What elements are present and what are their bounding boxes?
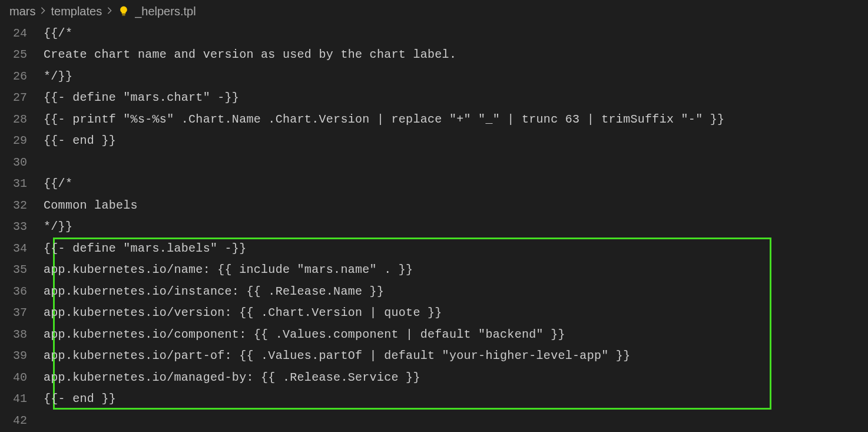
line-number: 29 xyxy=(0,134,44,147)
line-number: 24 xyxy=(0,27,44,40)
line-number: 38 xyxy=(0,328,44,341)
breadcrumb: mars templates _helpers.tpl xyxy=(0,0,868,22)
code-text: {{/* xyxy=(44,27,72,40)
code-line[interactable]: 29 {{- end }} xyxy=(0,130,868,152)
line-number: 26 xyxy=(0,70,44,83)
code-line[interactable]: 24 {{/* xyxy=(0,22,868,44)
chevron-right-icon xyxy=(39,5,47,18)
code-text: */}} xyxy=(44,70,72,83)
code-line[interactable]: 32 Common labels xyxy=(0,194,868,216)
code-text: {{- end }} xyxy=(44,392,116,405)
code-text: app.kubernetes.io/name: {{ include "mars… xyxy=(44,263,413,276)
code-text: {{- end }} xyxy=(44,134,116,147)
code-line[interactable]: 37 app.kubernetes.io/version: {{ .Chart.… xyxy=(0,302,868,324)
line-number: 36 xyxy=(0,285,44,298)
line-number: 33 xyxy=(0,220,44,233)
code-line[interactable]: 31 {{/* xyxy=(0,173,868,195)
code-line[interactable]: 38 app.kubernetes.io/component: {{ .Valu… xyxy=(0,324,868,345)
breadcrumb-seg-3[interactable]: _helpers.tpl xyxy=(135,5,196,18)
code-editor[interactable]: 24 {{/* 25 Create chart name and version… xyxy=(0,22,868,431)
code-line[interactable]: 33 */}} xyxy=(0,216,868,238)
code-line[interactable]: 26 */}} xyxy=(0,65,868,87)
code-line[interactable]: 39 app.kubernetes.io/part-of: {{ .Values… xyxy=(0,345,868,367)
code-line[interactable]: 40 app.kubernetes.io/managed-by: {{ .Rel… xyxy=(0,367,868,388)
code-line[interactable]: 28 {{- printf "%s-%s" .Chart.Name .Chart… xyxy=(0,108,868,130)
line-number: 40 xyxy=(0,371,44,384)
code-line[interactable]: 36 app.kubernetes.io/instance: {{ .Relea… xyxy=(0,281,868,302)
code-line[interactable]: 34 {{- define "mars.labels" -}} xyxy=(0,238,868,259)
code-text: */}} xyxy=(44,220,72,233)
line-number: 39 xyxy=(0,349,44,362)
line-number: 27 xyxy=(0,91,44,104)
lightbulb-icon xyxy=(117,5,130,18)
svg-rect-0 xyxy=(122,14,125,15)
chevron-right-icon xyxy=(105,5,114,18)
line-number: 42 xyxy=(0,414,44,427)
code-text: app.kubernetes.io/managed-by: {{ .Releas… xyxy=(44,371,420,384)
code-text: {{- define "mars.labels" -}} xyxy=(44,242,246,255)
line-number: 34 xyxy=(0,242,44,255)
line-number: 30 xyxy=(0,156,44,169)
code-line[interactable]: 42 xyxy=(0,410,868,431)
breadcrumb-seg-2[interactable]: templates xyxy=(51,5,102,18)
line-number: 25 xyxy=(0,48,44,61)
code-line[interactable]: 35 app.kubernetes.io/name: {{ include "m… xyxy=(0,259,868,281)
code-line[interactable]: 25 Create chart name and version as used… xyxy=(0,44,868,66)
line-number: 28 xyxy=(0,113,44,126)
code-text: app.kubernetes.io/component: {{ .Values.… xyxy=(44,328,565,341)
code-text: app.kubernetes.io/part-of: {{ .Values.pa… xyxy=(44,349,630,362)
code-text: app.kubernetes.io/instance: {{ .Release.… xyxy=(44,285,384,298)
code-line[interactable]: 27 {{- define "mars.chart" -}} xyxy=(0,87,868,109)
code-line[interactable]: 30 xyxy=(0,151,868,173)
code-text: app.kubernetes.io/version: {{ .Chart.Ver… xyxy=(44,306,442,319)
code-text: Common labels xyxy=(44,199,138,212)
line-number: 35 xyxy=(0,263,44,276)
code-text: Create chart name and version as used by… xyxy=(44,48,456,61)
code-text: {{/* xyxy=(44,177,72,190)
code-text: {{- define "mars.chart" -}} xyxy=(44,91,239,104)
line-number: 32 xyxy=(0,199,44,212)
line-number: 41 xyxy=(0,392,44,405)
highlighted-region: 34 {{- define "mars.labels" -}} 35 app.k… xyxy=(0,238,868,410)
code-line[interactable]: 41 {{- end }} xyxy=(0,388,868,410)
code-text: {{- printf "%s-%s" .Chart.Name .Chart.Ve… xyxy=(44,113,724,126)
breadcrumb-seg-1[interactable]: mars xyxy=(9,5,35,18)
line-number: 37 xyxy=(0,306,44,319)
line-number: 31 xyxy=(0,177,44,190)
